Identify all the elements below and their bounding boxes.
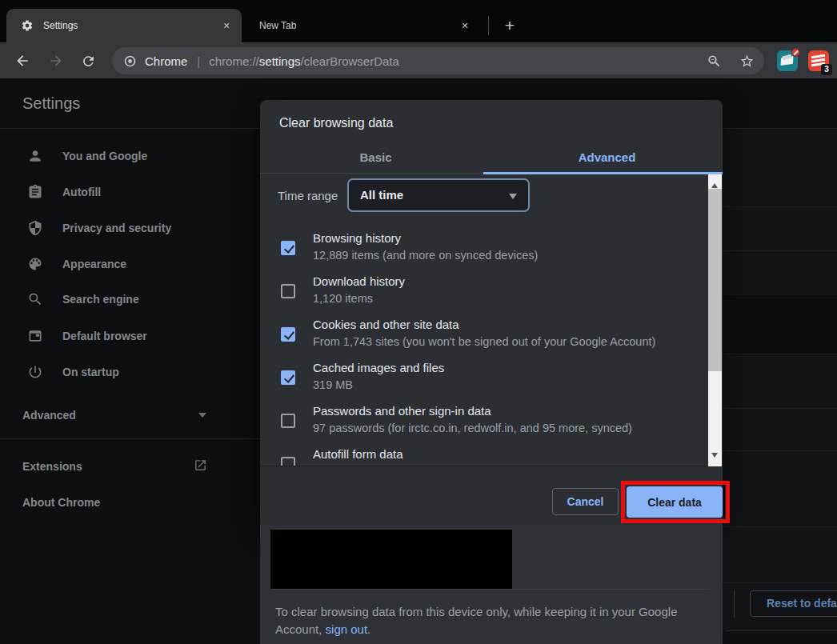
row-autofill-form-data: Autofill form data	[260, 443, 692, 466]
tab-strip: Settings ✕ New Tab ✕ +	[0, 0, 837, 42]
chrome-logo-icon	[123, 54, 137, 68]
sidebar-label: Advanced	[22, 409, 76, 422]
background-content	[723, 130, 837, 630]
tab-basic[interactable]: Basic	[260, 148, 491, 173]
url-host: settings	[259, 54, 301, 68]
sidebar-label: Search engine	[62, 293, 139, 306]
back-icon[interactable]	[11, 50, 34, 72]
new-tab-button[interactable]: +	[498, 14, 522, 38]
annotation-highlight-box	[621, 481, 730, 523]
zoom-out-icon[interactable]	[707, 54, 722, 69]
row-subtitle: 319 MB	[313, 378, 353, 391]
magnifier-icon	[27, 291, 43, 307]
row-title: Passwords and other sign-in data	[313, 404, 491, 418]
sidebar-label: You and Google	[62, 150, 147, 162]
sidebar-label: About Chrome	[22, 496, 100, 509]
sidebar-item-default-browser[interactable]: Default browser	[19, 320, 243, 352]
row-divider	[723, 294, 837, 295]
background-section	[723, 294, 837, 354]
row-title: Cached images and files	[313, 361, 444, 374]
dropdown-caret-icon	[509, 194, 517, 203]
extension-badge: 3	[821, 64, 832, 75]
row-passwords: Passwords and other sign-in data 97 pass…	[260, 400, 692, 437]
row-title: Download history	[313, 274, 405, 288]
extension-todoist-icon[interactable]: 3	[808, 50, 829, 71]
tab-title: Settings	[43, 20, 219, 31]
external-link-icon	[194, 458, 207, 472]
scroll-down-arrow-icon[interactable]	[711, 453, 718, 461]
cancel-button[interactable]: Cancel	[552, 488, 619, 515]
address-bar[interactable]: Chrome | chrome://settings/clearBrowserD…	[112, 47, 764, 74]
dialog-title: Clear browsing data	[279, 116, 393, 130]
sync-note-period: .	[367, 622, 370, 636]
omnibox-separator: |	[197, 54, 200, 68]
row-subtitle: From 1,743 sites (you won't be signed ou…	[313, 335, 655, 348]
time-range-select[interactable]: All time	[347, 178, 530, 212]
sidebar-item-search-engine[interactable]: Search engine	[19, 283, 243, 315]
row-subtitle: 1,120 items	[313, 292, 373, 305]
dialog-tab-bar: Basic Advanced	[260, 148, 723, 174]
sidebar-item-autofill[interactable]: Autofill	[19, 176, 243, 208]
autofill-form-data-checkbox[interactable]	[281, 457, 295, 466]
dialog-scrollbar[interactable]	[708, 174, 722, 466]
row-subtitle: 12,889 items (and more on synced devices…	[313, 249, 538, 262]
dialog-scroll-area: Time range All time Browsing history 12,…	[260, 174, 723, 466]
row-browsing-history: Browsing history 12,889 items (and more …	[260, 227, 692, 264]
chevron-down-icon	[198, 413, 206, 422]
reload-icon[interactable]	[77, 50, 99, 72]
sidebar-item-on-startup[interactable]: On startup	[19, 356, 243, 388]
row-title: Browsing history	[313, 231, 401, 245]
forward-icon[interactable]	[45, 50, 67, 72]
browsing-history-checkbox[interactable]	[281, 241, 295, 255]
row-title: Autofill form data	[313, 447, 403, 461]
tab-title: New Tab	[259, 20, 358, 31]
row-divider	[723, 450, 837, 451]
clipboard-icon	[27, 184, 43, 200]
row-download-history: Download history 1,120 items	[260, 270, 692, 307]
bookmark-star-icon[interactable]	[739, 54, 755, 69]
passwords-checkbox[interactable]	[281, 414, 295, 428]
account-panel: To clear browsing data from this device …	[260, 526, 723, 644]
row-divider	[723, 526, 837, 527]
sidebar-advanced-toggle[interactable]: Advanced	[22, 409, 76, 422]
tab-settings[interactable]: Settings ✕	[6, 9, 242, 42]
reset-to-default-button[interactable]: Reset to defau	[750, 590, 837, 617]
extension-teal-icon[interactable]	[777, 50, 798, 71]
sidebar-label: Extensions	[22, 460, 82, 473]
browser-window-icon	[27, 328, 43, 344]
sidebar-item-extensions[interactable]: Extensions	[22, 460, 82, 473]
url-path: /clearBrowserData	[301, 54, 399, 68]
divider	[734, 590, 735, 618]
sidebar-divider	[0, 438, 260, 439]
sidebar-item-you-and-google[interactable]: You and Google	[19, 140, 243, 172]
sync-note: To clear browsing data from this device …	[275, 603, 685, 638]
sign-out-link[interactable]: sign out	[326, 622, 368, 636]
redacted-block	[270, 530, 512, 589]
row-cookies: Cookies and other site data From 1,743 s…	[260, 314, 692, 350]
row-divider	[723, 582, 837, 583]
sidebar-label: On startup	[62, 366, 119, 378]
power-icon	[27, 364, 43, 380]
row-divider	[723, 354, 837, 354]
sidebar-label: Appearance	[62, 258, 126, 270]
person-icon	[27, 148, 43, 164]
row-subtitle: 97 passwords (for irctc.co.in, redwolf.i…	[313, 422, 632, 434]
cached-images-checkbox[interactable]	[281, 370, 295, 385]
row-divider	[723, 206, 837, 207]
tab-advanced[interactable]: Advanced	[491, 148, 723, 173]
sidebar-item-privacy-and-security[interactable]: Privacy and security	[19, 212, 243, 244]
sidebar-item-about-chrome[interactable]: About Chrome	[22, 496, 100, 509]
tab-close-icon[interactable]: ✕	[458, 18, 472, 33]
scrollbar-thumb[interactable]	[708, 189, 722, 371]
scroll-up-arrow-icon[interactable]	[711, 180, 718, 188]
download-history-checkbox[interactable]	[281, 284, 295, 298]
tab-separator	[488, 16, 489, 35]
sidebar-item-appearance[interactable]: Appearance	[19, 248, 243, 280]
sidebar-label: Privacy and security	[62, 222, 171, 234]
palette-icon	[27, 256, 43, 272]
tab-new-tab[interactable]: New Tab ✕	[245, 9, 480, 42]
gear-favicon-icon	[21, 19, 34, 32]
tab-close-icon[interactable]: ✕	[219, 18, 234, 33]
cookies-checkbox[interactable]	[281, 327, 295, 342]
row-divider	[723, 250, 837, 251]
